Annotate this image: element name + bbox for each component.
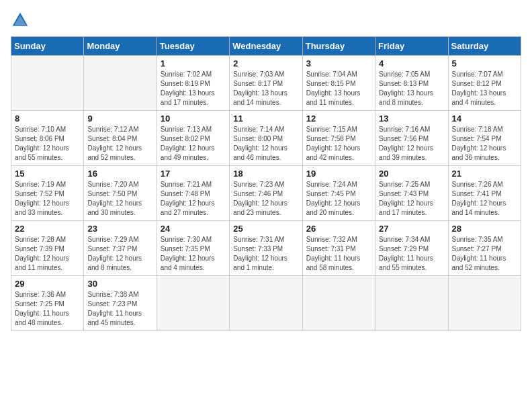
calendar: SundayMondayTuesdayWednesdayThursdayFrid… — [11, 36, 521, 331]
day-number: 20 — [379, 169, 444, 179]
day-number: 12 — [306, 113, 371, 124]
day-of-week-header: Monday — [84, 37, 157, 56]
day-number: 28 — [452, 224, 517, 234]
calendar-day-cell — [11, 56, 84, 111]
calendar-day-cell — [84, 56, 157, 111]
day-info: Sunrise: 7:16 AMSunset: 7:56 PMDaylight:… — [379, 125, 444, 163]
day-of-week-header: Thursday — [302, 37, 375, 56]
day-info: Sunrise: 7:32 AMSunset: 7:31 PMDaylight:… — [306, 235, 371, 273]
calendar-week-row: 29Sunrise: 7:36 AMSunset: 7:25 PMDayligh… — [11, 276, 521, 331]
day-info: Sunrise: 7:15 AMSunset: 7:58 PMDaylight:… — [306, 125, 371, 163]
day-info: Sunrise: 7:38 AMSunset: 7:23 PMDaylight:… — [87, 290, 152, 328]
day-number: 10 — [161, 113, 226, 124]
day-of-week-header: Tuesday — [157, 37, 229, 56]
day-info: Sunrise: 7:18 AMSunset: 7:54 PMDaylight:… — [452, 125, 517, 163]
calendar-day-cell — [375, 276, 448, 331]
day-info: Sunrise: 7:02 AMSunset: 8:19 PMDaylight:… — [161, 70, 226, 107]
day-info: Sunrise: 7:35 AMSunset: 7:27 PMDaylight:… — [452, 235, 517, 273]
day-info: Sunrise: 7:19 AMSunset: 7:52 PMDaylight:… — [15, 180, 80, 218]
day-of-week-header: Sunday — [11, 37, 84, 56]
calendar-day-cell: 3Sunrise: 7:04 AMSunset: 8:15 PMDaylight… — [302, 56, 375, 111]
calendar-day-cell: 13Sunrise: 7:16 AMSunset: 7:56 PMDayligh… — [375, 111, 448, 166]
calendar-day-cell: 11Sunrise: 7:14 AMSunset: 8:00 PMDayligh… — [230, 111, 302, 166]
day-number: 9 — [87, 113, 152, 124]
day-number: 16 — [87, 169, 152, 179]
calendar-day-cell — [302, 276, 375, 331]
page-header — [11, 11, 521, 30]
day-info: Sunrise: 7:25 AMSunset: 7:43 PMDaylight:… — [379, 180, 444, 218]
day-number: 19 — [306, 169, 371, 179]
day-number: 24 — [161, 224, 226, 234]
calendar-day-cell: 2Sunrise: 7:03 AMSunset: 8:17 PMDaylight… — [230, 56, 302, 111]
day-info: Sunrise: 7:26 AMSunset: 7:41 PMDaylight:… — [452, 180, 517, 218]
day-number: 5 — [452, 58, 517, 68]
calendar-day-cell: 23Sunrise: 7:29 AMSunset: 7:37 PMDayligh… — [84, 221, 157, 276]
logo — [11, 11, 32, 30]
day-number: 30 — [87, 279, 152, 289]
calendar-day-cell: 22Sunrise: 7:28 AMSunset: 7:39 PMDayligh… — [11, 221, 84, 276]
calendar-day-cell: 18Sunrise: 7:23 AMSunset: 7:46 PMDayligh… — [230, 166, 302, 221]
day-number: 27 — [379, 224, 444, 234]
logo-icon — [11, 11, 30, 30]
day-number: 2 — [233, 58, 298, 68]
day-info: Sunrise: 7:20 AMSunset: 7:50 PMDaylight:… — [87, 180, 152, 218]
day-number: 4 — [379, 58, 444, 68]
calendar-week-row: 15Sunrise: 7:19 AMSunset: 7:52 PMDayligh… — [11, 166, 521, 221]
calendar-day-cell: 8Sunrise: 7:10 AMSunset: 8:06 PMDaylight… — [11, 111, 84, 166]
day-info: Sunrise: 7:04 AMSunset: 8:15 PMDaylight:… — [306, 70, 371, 107]
day-of-week-header: Saturday — [448, 37, 521, 56]
day-number: 14 — [452, 113, 517, 124]
calendar-day-cell: 21Sunrise: 7:26 AMSunset: 7:41 PMDayligh… — [448, 166, 521, 221]
calendar-day-cell — [157, 276, 229, 331]
calendar-day-cell: 17Sunrise: 7:21 AMSunset: 7:48 PMDayligh… — [157, 166, 229, 221]
calendar-header-row: SundayMondayTuesdayWednesdayThursdayFrid… — [11, 37, 521, 56]
day-info: Sunrise: 7:36 AMSunset: 7:25 PMDaylight:… — [15, 290, 80, 328]
day-info: Sunrise: 7:28 AMSunset: 7:39 PMDaylight:… — [15, 235, 80, 273]
calendar-day-cell: 24Sunrise: 7:30 AMSunset: 7:35 PMDayligh… — [157, 221, 229, 276]
day-number: 22 — [15, 224, 80, 234]
day-info: Sunrise: 7:12 AMSunset: 8:04 PMDaylight:… — [87, 125, 152, 163]
calendar-day-cell: 26Sunrise: 7:32 AMSunset: 7:31 PMDayligh… — [302, 221, 375, 276]
day-of-week-header: Friday — [375, 37, 448, 56]
day-info: Sunrise: 7:14 AMSunset: 8:00 PMDaylight:… — [233, 125, 298, 163]
day-number: 11 — [233, 113, 298, 124]
day-number: 25 — [233, 224, 298, 234]
day-info: Sunrise: 7:21 AMSunset: 7:48 PMDaylight:… — [161, 180, 226, 218]
day-info: Sunrise: 7:07 AMSunset: 8:12 PMDaylight:… — [452, 70, 517, 107]
day-info: Sunrise: 7:05 AMSunset: 8:13 PMDaylight:… — [379, 70, 444, 107]
day-info: Sunrise: 7:34 AMSunset: 7:29 PMDaylight:… — [379, 235, 444, 273]
calendar-day-cell: 20Sunrise: 7:25 AMSunset: 7:43 PMDayligh… — [375, 166, 448, 221]
calendar-day-cell: 29Sunrise: 7:36 AMSunset: 7:25 PMDayligh… — [11, 276, 84, 331]
calendar-week-row: 1Sunrise: 7:02 AMSunset: 8:19 PMDaylight… — [11, 56, 521, 111]
day-number: 8 — [15, 113, 80, 124]
calendar-day-cell: 14Sunrise: 7:18 AMSunset: 7:54 PMDayligh… — [448, 111, 521, 166]
day-number: 29 — [15, 279, 80, 289]
calendar-week-row: 22Sunrise: 7:28 AMSunset: 7:39 PMDayligh… — [11, 221, 521, 276]
calendar-week-row: 8Sunrise: 7:10 AMSunset: 8:06 PMDaylight… — [11, 111, 521, 166]
calendar-day-cell: 16Sunrise: 7:20 AMSunset: 7:50 PMDayligh… — [84, 166, 157, 221]
day-number: 17 — [161, 169, 226, 179]
day-info: Sunrise: 7:30 AMSunset: 7:35 PMDaylight:… — [161, 235, 226, 273]
calendar-day-cell: 1Sunrise: 7:02 AMSunset: 8:19 PMDaylight… — [157, 56, 229, 111]
day-info: Sunrise: 7:23 AMSunset: 7:46 PMDaylight:… — [233, 180, 298, 218]
day-number: 15 — [15, 169, 80, 179]
day-number: 3 — [306, 58, 371, 68]
day-info: Sunrise: 7:10 AMSunset: 8:06 PMDaylight:… — [15, 125, 80, 163]
calendar-day-cell: 30Sunrise: 7:38 AMSunset: 7:23 PMDayligh… — [84, 276, 157, 331]
calendar-day-cell: 19Sunrise: 7:24 AMSunset: 7:45 PMDayligh… — [302, 166, 375, 221]
calendar-day-cell: 27Sunrise: 7:34 AMSunset: 7:29 PMDayligh… — [375, 221, 448, 276]
day-number: 18 — [233, 169, 298, 179]
calendar-day-cell: 5Sunrise: 7:07 AMSunset: 8:12 PMDaylight… — [448, 56, 521, 111]
day-info: Sunrise: 7:29 AMSunset: 7:37 PMDaylight:… — [87, 235, 152, 273]
calendar-day-cell: 15Sunrise: 7:19 AMSunset: 7:52 PMDayligh… — [11, 166, 84, 221]
calendar-day-cell: 25Sunrise: 7:31 AMSunset: 7:33 PMDayligh… — [230, 221, 302, 276]
calendar-day-cell: 4Sunrise: 7:05 AMSunset: 8:13 PMDaylight… — [375, 56, 448, 111]
day-number: 23 — [87, 224, 152, 234]
day-info: Sunrise: 7:31 AMSunset: 7:33 PMDaylight:… — [233, 235, 298, 273]
day-info: Sunrise: 7:13 AMSunset: 8:02 PMDaylight:… — [161, 125, 226, 163]
calendar-day-cell — [230, 276, 302, 331]
calendar-day-cell — [448, 276, 521, 331]
calendar-day-cell: 28Sunrise: 7:35 AMSunset: 7:27 PMDayligh… — [448, 221, 521, 276]
day-info: Sunrise: 7:24 AMSunset: 7:45 PMDaylight:… — [306, 180, 371, 218]
day-number: 26 — [306, 224, 371, 234]
